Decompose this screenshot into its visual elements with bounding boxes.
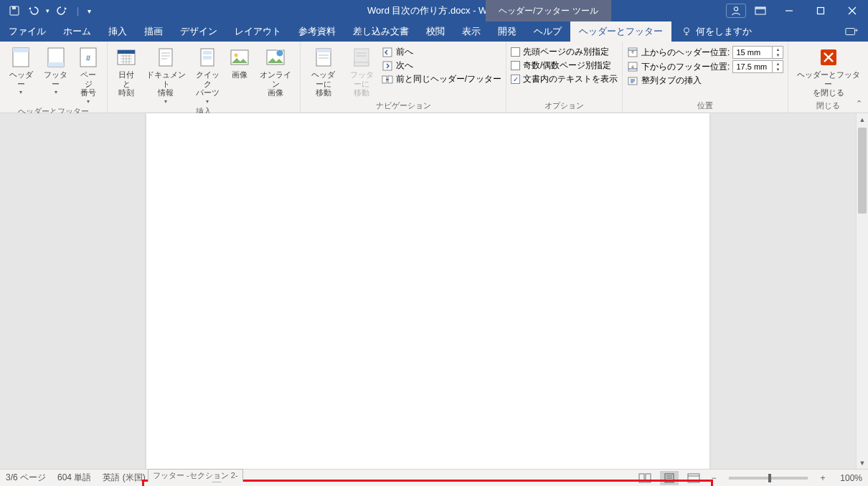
insert-alignment-tab-button[interactable]: 整列タブの挿入 xyxy=(627,75,783,87)
qat-customize[interactable]: ▾ xyxy=(88,7,91,15)
maximize-button[interactable] xyxy=(805,0,836,22)
share-button[interactable] xyxy=(835,22,868,42)
page-count-status[interactable]: 3/6 ページ xyxy=(6,472,46,484)
page-number-button[interactable]: # ページ 番号▾ xyxy=(74,44,103,105)
tab-draw[interactable]: 描画 xyxy=(136,22,171,42)
svg-rect-40 xyxy=(316,49,331,52)
document-title: Word 目次の作り方.docx - Word xyxy=(367,4,501,17)
tell-me-search[interactable]: 何をしますか xyxy=(671,22,762,42)
footer-button[interactable]: フッター▾ xyxy=(39,44,73,95)
spin-up[interactable]: ▲ xyxy=(773,61,783,67)
quick-parts-icon xyxy=(196,46,219,69)
collapse-ribbon-button[interactable]: ⌃ xyxy=(856,99,862,108)
svg-point-2 xyxy=(734,7,737,11)
previous-section-button[interactable]: 前へ xyxy=(382,46,501,58)
ribbon-display-options[interactable] xyxy=(750,4,770,18)
spin-down[interactable]: ▼ xyxy=(773,67,783,72)
goto-header-icon xyxy=(312,46,335,69)
checkbox-unchecked-icon xyxy=(511,47,520,57)
zoom-slider-handle[interactable] xyxy=(768,474,771,482)
link-to-previous-button[interactable]: 前と同じヘッダー/フッター xyxy=(382,73,501,85)
zoom-level[interactable]: 100% xyxy=(834,473,862,483)
window-controls xyxy=(726,0,868,22)
scroll-up-arrow[interactable]: ▲ xyxy=(857,113,868,125)
tab-home[interactable]: ホーム xyxy=(55,22,100,42)
group-options: 先頭ページのみ別指定 奇数/偶数ページ別指定 ✓ 文書内のテキストを表示 オプシ… xyxy=(506,42,623,113)
footer-icon xyxy=(44,46,67,69)
word-count-status[interactable]: 604 単語 xyxy=(57,472,91,484)
header-from-top-row: 上からのヘッダー位置: ▲▼ xyxy=(627,46,783,59)
account-button[interactable] xyxy=(726,4,746,18)
document-info-icon xyxy=(154,46,177,69)
page[interactable] xyxy=(146,113,709,469)
tab-file[interactable]: ファイル xyxy=(0,22,55,42)
calendar-icon xyxy=(115,46,138,69)
zoom-in-button[interactable]: + xyxy=(818,473,828,483)
svg-rect-14 xyxy=(13,48,29,52)
footer-from-bottom-row: 下からのフッター位置: ▲▼ xyxy=(627,60,783,73)
qat-separator: | xyxy=(77,6,79,16)
different-first-page-checkbox[interactable]: 先頭ページのみ別指定 xyxy=(511,46,618,58)
vertical-scrollbar[interactable]: ▲ ▼ xyxy=(856,113,868,469)
tab-developer[interactable]: 開発 xyxy=(489,22,525,42)
scroll-down-arrow[interactable]: ▼ xyxy=(857,457,868,469)
document-info-button[interactable]: ドキュメント 情報▾ xyxy=(142,44,189,105)
show-document-text-checkbox[interactable]: ✓ 文書内のテキストを表示 xyxy=(511,73,618,85)
spin-up[interactable]: ▲ xyxy=(773,47,783,52)
contextual-tab-label: ヘッダー/フッター ツール xyxy=(486,0,611,22)
group-position: 上からのヘッダー位置: ▲▼ 下からのフッター位置: ▲▼ xyxy=(623,42,788,113)
close-header-footer-button[interactable]: ヘッダーとフッター を閉じる xyxy=(793,44,864,97)
svg-rect-1 xyxy=(12,6,16,9)
svg-rect-44 xyxy=(354,62,369,66)
online-image-button[interactable]: オンライン 画像 xyxy=(255,44,296,97)
language-status[interactable]: 英語 (米国) xyxy=(103,472,145,484)
page-number-icon: # xyxy=(77,46,100,69)
close-button[interactable] xyxy=(836,0,868,22)
goto-footer-button: フッターに 移動 xyxy=(344,44,380,97)
ribbon-tabs: ファイル ホーム 挿入 描画 デザイン レイアウト 参考資料 差し込み文書 校閲… xyxy=(0,22,868,42)
svg-rect-6 xyxy=(818,8,824,14)
document-area: フッター -セクション 2- 1↵ ↵ ▲ ▼ xyxy=(0,113,868,469)
different-odd-even-checkbox[interactable]: 奇数/偶数ページ別指定 xyxy=(511,59,618,72)
svg-point-38 xyxy=(276,49,283,57)
checkbox-unchecked-icon xyxy=(511,61,520,70)
tab-view[interactable]: 表示 xyxy=(453,22,489,42)
tab-layout[interactable]: レイアウト xyxy=(226,22,290,42)
footer-position-icon xyxy=(627,61,638,72)
goto-footer-icon xyxy=(350,46,373,69)
quick-parts-button[interactable]: クイック パーツ▾ xyxy=(191,44,224,105)
title-bar: ▾ | ▾ Word 目次の作り方.docx - Word ヘッダー/フッター … xyxy=(0,0,868,22)
footer-section-tag: フッター -セクション 2- xyxy=(148,469,243,482)
scroll-thumb[interactable] xyxy=(858,128,867,214)
svg-rect-48 xyxy=(383,62,392,70)
svg-point-9 xyxy=(684,28,689,33)
tab-insert[interactable]: 挿入 xyxy=(100,22,136,42)
goto-header-button[interactable]: ヘッダーに 移動 xyxy=(305,44,341,97)
redo-button[interactable] xyxy=(57,5,68,16)
image-button[interactable]: 画像 xyxy=(225,44,254,80)
link-icon xyxy=(382,74,393,85)
tab-help[interactable]: ヘルプ xyxy=(525,22,570,42)
tell-me-label: 何をしますか xyxy=(696,25,752,38)
ribbon: ヘッダー▾ フッター▾ # ページ 番号▾ ヘッダーとフッター 日付と 時刻 ド… xyxy=(0,42,868,113)
next-icon xyxy=(382,60,393,72)
spin-down[interactable]: ▼ xyxy=(773,52,783,58)
header-position-input[interactable]: ▲▼ xyxy=(732,46,783,59)
minimize-button[interactable] xyxy=(773,0,805,22)
align-tab-icon xyxy=(627,75,638,87)
undo-dropdown[interactable]: ▾ xyxy=(46,7,49,14)
tab-references[interactable]: 参考資料 xyxy=(290,22,344,42)
svg-rect-16 xyxy=(48,62,64,67)
next-section-button[interactable]: 次へ xyxy=(382,59,501,72)
tab-mailings[interactable]: 差し込み文書 xyxy=(344,22,418,42)
tab-design[interactable]: デザイン xyxy=(171,22,226,42)
header-button[interactable]: ヘッダー▾ xyxy=(4,44,38,95)
footer-position-input[interactable]: ▲▼ xyxy=(732,60,783,73)
date-time-button[interactable]: 日付と 時刻 xyxy=(112,44,141,97)
save-button[interactable] xyxy=(9,5,20,16)
svg-point-36 xyxy=(235,54,238,57)
tab-review[interactable]: 校閲 xyxy=(418,22,453,42)
undo-button[interactable] xyxy=(27,5,39,16)
tab-header-footer[interactable]: ヘッダーとフッター xyxy=(570,22,671,42)
zoom-slider[interactable] xyxy=(729,477,808,480)
